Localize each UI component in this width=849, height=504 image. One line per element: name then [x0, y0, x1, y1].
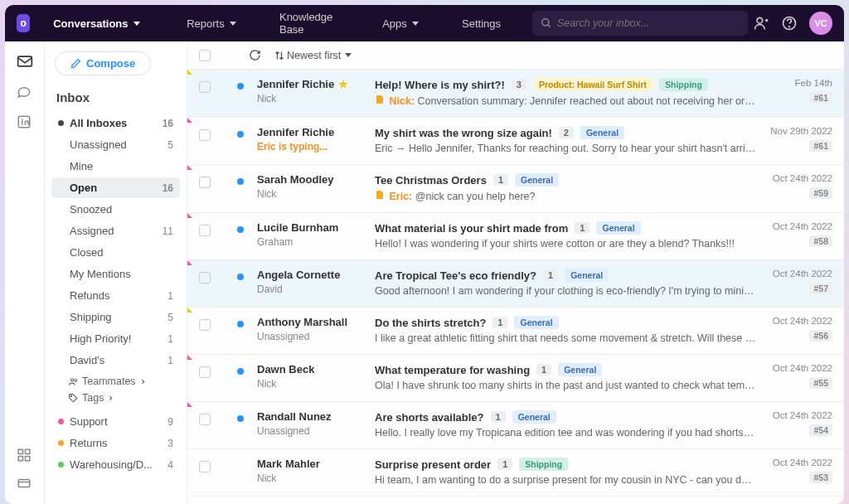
sidebar-item-count: 1	[167, 333, 173, 345]
sidebar-item-label: Snoozed	[70, 203, 173, 216]
message-count: 1	[491, 411, 506, 423]
row-checkbox[interactable]	[199, 319, 211, 331]
row-checkbox[interactable]	[199, 461, 211, 472]
from-name: Randall Nunez	[257, 410, 365, 423]
sidebar-item-high-priority-[interactable]: High Priority!1	[51, 328, 180, 349]
conversation-row[interactable]: Jennifer RichieEric is typing...My shirt…	[187, 118, 844, 165]
ticket-id: #54	[809, 424, 832, 436]
conversation-row[interactable]: Jennifer Richie★NickHelp! Where is my sh…	[187, 70, 844, 118]
sidebar-item-label: David's	[70, 354, 167, 366]
app-logo[interactable]: o	[17, 14, 30, 32]
sidebar-item-assigned[interactable]: Assigned11	[51, 220, 180, 241]
card-icon[interactable]	[17, 476, 33, 491]
date-label: Oct 24th 2022	[766, 410, 832, 420]
unread-dot	[237, 321, 244, 327]
conversation-row[interactable]: Sarah MoodleyNickTee Christmas Orders1Ge…	[187, 165, 844, 213]
chevron-down-icon	[345, 53, 352, 57]
from-name: Mark Mahler	[257, 458, 365, 470]
row-checkbox[interactable]	[199, 414, 211, 425]
date-label: Oct 24th 2022	[766, 458, 832, 468]
sidebar-item-shipping[interactable]: Shipping5	[51, 307, 180, 327]
search-box[interactable]	[532, 11, 748, 36]
tag: General	[565, 269, 609, 282]
mail-icon[interactable]	[17, 55, 33, 70]
sidebar-item-count: 11	[163, 225, 173, 237]
nav-reports[interactable]: Reports	[177, 12, 246, 35]
sidebar-item-refunds[interactable]: Refunds1	[51, 285, 180, 306]
message-count: 1	[536, 364, 551, 376]
priority-corner	[187, 70, 192, 75]
conversation-row[interactable]: Anthony MarshallUnassignedDo the shirts …	[187, 308, 844, 355]
svg-point-16	[75, 379, 77, 381]
sidebar-item-snoozed[interactable]: Snoozed	[51, 199, 180, 220]
ticket-id: #55	[809, 377, 832, 389]
sidebar-item-closed[interactable]: Closed	[51, 242, 180, 263]
sidebar-item-unassigned[interactable]: Unassigned5	[51, 134, 180, 155]
nav-knowledge-base[interactable]: Knowledge Base	[269, 6, 349, 41]
conversation-row[interactable]: Lucile BurnhamGrahamWhat material is you…	[187, 213, 844, 260]
social-icon[interactable]	[17, 114, 33, 129]
row-checkbox[interactable]	[199, 177, 211, 188]
sidebar-item-all-inboxes[interactable]: All Inboxes16	[51, 113, 180, 133]
chat-icon[interactable]	[17, 85, 33, 99]
row-checkbox[interactable]	[199, 129, 211, 141]
svg-rect-13	[18, 480, 30, 487]
from-name: Jennifer Richie★	[257, 78, 365, 90]
conversation-row[interactable]: Dawn BeckNickWhat temperature for washin…	[187, 355, 844, 402]
sidebar-item-support[interactable]: Support9	[51, 411, 180, 432]
from-name: Anthony Marshall	[257, 316, 365, 328]
unread-dot	[237, 226, 244, 233]
sidebar-item-mine[interactable]: Mine	[51, 156, 180, 177]
date-label: Feb 14th	[766, 78, 832, 88]
sidebar-item-label: My Mentions	[70, 268, 173, 280]
preview-text: I like a great athletic fitting shirt th…	[375, 332, 756, 344]
sidebar-item-label: Open	[70, 182, 163, 194]
priority-corner	[187, 402, 192, 407]
add-user-icon[interactable]	[753, 15, 769, 32]
sidebar-item-count: 5	[167, 139, 173, 151]
help-icon[interactable]	[781, 15, 798, 32]
grid-icon[interactable]	[17, 448, 33, 463]
nav-conversations[interactable]: Conversations	[43, 12, 149, 35]
conversation-row[interactable]: Mark MahlerNickSurprise present order1Sh…	[187, 449, 844, 497]
sidebar-sub-teammates[interactable]: Teammates	[51, 376, 180, 387]
sidebar-item-label: Closed	[70, 246, 173, 259]
sidebar-item-open[interactable]: Open16	[51, 177, 180, 198]
row-checkbox[interactable]	[199, 81, 211, 93]
user-avatar[interactable]: VC	[809, 12, 832, 35]
sidebar-sub-tags[interactable]: Tags	[51, 392, 180, 404]
assignee-label: Nick	[257, 188, 365, 200]
priority-corner	[187, 118, 192, 123]
row-checkbox[interactable]	[199, 225, 211, 236]
sidebar-item-label: Support	[70, 415, 167, 428]
row-checkbox[interactable]	[199, 366, 211, 378]
search-input[interactable]	[557, 17, 740, 29]
nav-apps[interactable]: Apps	[372, 12, 429, 35]
conversation-row[interactable]: Randall NunezUnassignedAre shorts availa…	[187, 402, 844, 449]
svg-rect-12	[25, 457, 29, 461]
nav-settings[interactable]: Settings	[452, 12, 511, 35]
compose-button[interactable]: Compose	[55, 51, 151, 75]
refresh-icon[interactable]	[249, 49, 261, 61]
sidebar-item-label: Warehousing/D...	[70, 458, 167, 471]
preview-text: Eric → Hello Jennifer, Thanks for reachi…	[375, 143, 756, 154]
search-icon	[541, 17, 552, 29]
sidebar-item-count: 5	[167, 312, 173, 323]
sidebar-item-warehousing-d-[interactable]: Warehousing/D...4	[51, 454, 180, 475]
preview-text: Good afternoon! I am wondering if your c…	[375, 285, 756, 297]
sidebar-item-my-mentions[interactable]: My Mentions	[51, 264, 180, 284]
sidebar-item-label: All Inboxes	[70, 117, 163, 129]
select-all-checkbox[interactable]	[199, 50, 211, 61]
topbar: o ConversationsReportsKnowledge BaseApps…	[5, 5, 844, 41]
tag: Shipping	[659, 78, 708, 91]
sidebar-item-count: 1	[167, 290, 173, 302]
conversation-row[interactable]: Angela CornetteDavidAre Tropical Tee's e…	[187, 260, 844, 308]
sidebar-item-count: 1	[167, 355, 173, 366]
from-name: Angela Cornette	[257, 269, 365, 281]
sidebar-item-david-s[interactable]: David's1	[51, 350, 180, 371]
sort-dropdown[interactable]: Newest first	[274, 50, 352, 61]
from-name: Sarah Moodley	[257, 173, 365, 186]
sidebar-item-returns[interactable]: Returns3	[51, 433, 180, 453]
from-name: Lucile Burnham	[257, 221, 365, 234]
row-checkbox[interactable]	[199, 272, 211, 284]
